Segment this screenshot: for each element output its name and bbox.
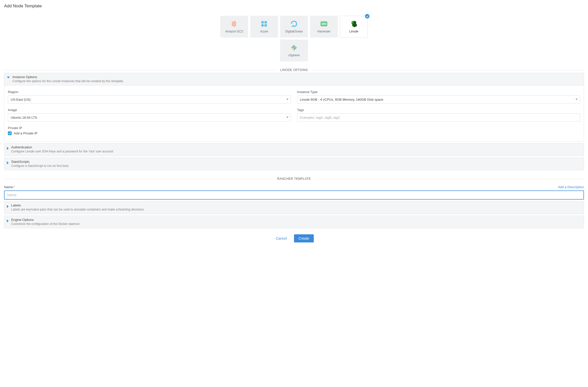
panel-subtitle: Customize the configuration of the Docke… [11, 222, 80, 226]
svg-rect-3 [235, 22, 236, 26]
chevron-right-icon [7, 219, 9, 222]
cancel-button[interactable]: Cancel [274, 236, 288, 241]
panel-title: Authentication [11, 145, 113, 150]
panel-stackscripts[interactable]: StackScripts Configure a StackScript to … [4, 157, 584, 170]
svg-rect-4 [261, 21, 264, 23]
svg-marker-17 [352, 24, 357, 27]
check-icon [365, 14, 370, 19]
panel-subtitle: Configure a StackScript to run on first … [11, 164, 68, 168]
panel-labels[interactable]: Labels Labels are key/value pairs that c… [4, 201, 584, 214]
section-rancher-template: RANCHER TEMPLATE [4, 177, 584, 181]
image-value: Ubuntu 18.04 LTS [11, 116, 37, 119]
chevron-right-icon [7, 161, 9, 164]
tags-label: Tags [297, 108, 580, 112]
panel-title: Labels [11, 203, 145, 208]
image-select[interactable]: Ubuntu 18.04 LTS [8, 113, 291, 121]
region-label: Region [8, 90, 291, 94]
region-select[interactable]: US-East (US) [8, 95, 291, 103]
private-ip-checkbox-label: Add a Private IP [14, 131, 38, 135]
provider-harvester[interactable]: Harvester [310, 16, 338, 38]
amazon-ec2-icon [230, 20, 238, 28]
section-header-label: LINODE OPTIONS [277, 68, 311, 72]
image-label: Image [8, 108, 291, 112]
provider-label: Linode [349, 30, 358, 33]
digitalocean-icon [290, 20, 298, 28]
region-value: US-East (US) [11, 98, 31, 101]
svg-rect-6 [261, 24, 264, 27]
private-ip-label: Private IP [8, 126, 580, 130]
provider-linode[interactable]: Linode [340, 16, 368, 38]
chevron-down-icon [286, 99, 288, 100]
create-button[interactable]: Create [294, 234, 314, 242]
panel-subtitle: Labels are key/value pairs that can be u… [11, 208, 145, 212]
chevron-right-icon [7, 205, 9, 208]
add-description-link[interactable]: Add a Description [558, 185, 584, 189]
chevron-right-icon [7, 147, 9, 150]
provider-vsphere[interactable]: vSphere [280, 40, 308, 61]
provider-grid: Amazon EC2 Azure DigitalOcean Harvester … [180, 16, 408, 38]
svg-rect-1 [233, 21, 234, 27]
instance-type-select[interactable]: Linode 8GB - 4 vCPUs, 8GB Memory, 160GB … [297, 95, 580, 103]
name-label: Name [4, 185, 13, 189]
svg-rect-9 [292, 26, 293, 27]
provider-label: Azure [260, 30, 268, 33]
private-ip-checkbox[interactable] [8, 131, 12, 135]
azure-icon [260, 20, 268, 28]
name-input[interactable] [4, 190, 584, 200]
svg-marker-20 [291, 48, 294, 50]
name-label-wrap: Name* [4, 185, 15, 189]
harvester-icon [320, 20, 328, 28]
linode-icon [350, 20, 358, 28]
chevron-down-icon [576, 99, 578, 100]
panel-engine-options[interactable]: Engine Options Customize the configurati… [4, 216, 584, 228]
vsphere-icon [290, 44, 298, 51]
svg-rect-0 [232, 22, 233, 26]
provider-label: Amazon EC2 [225, 30, 243, 33]
panel-subtitle: Configure the options for the Linode Ins… [12, 79, 124, 83]
panel-instance-options[interactable]: Instance Options Configure the options f… [4, 73, 584, 85]
panel-subtitle: Configure Linode user SSH Keys and a pas… [11, 150, 113, 154]
provider-label: vSphere [288, 54, 300, 57]
instance-type-label: Instance Type [297, 90, 580, 94]
chevron-down-icon [286, 117, 288, 118]
provider-amazon-ec2[interactable]: Amazon EC2 [220, 16, 248, 38]
footer-actions: Cancel Create [4, 234, 584, 242]
page-title: Add Node Template [4, 4, 584, 9]
required-indicator: * [13, 185, 15, 189]
provider-grid-row2: vSphere [180, 40, 408, 61]
tags-input[interactable] [297, 113, 580, 121]
svg-rect-8 [293, 25, 294, 26]
panel-authentication[interactable]: Authentication Configure Linode user SSH… [4, 143, 584, 156]
section-header-label: RANCHER TEMPLATE [274, 177, 315, 181]
svg-rect-5 [265, 21, 267, 23]
panel-title: Engine Options [11, 218, 80, 222]
provider-azure[interactable]: Azure [250, 16, 278, 38]
chevron-down-icon [7, 77, 10, 78]
instance-type-value: Linode 8GB - 4 vCPUs, 8GB Memory, 160GB … [300, 98, 383, 101]
provider-label: Harvester [317, 30, 330, 33]
svg-marker-19 [294, 45, 297, 48]
panel-title: StackScripts [11, 160, 68, 164]
svg-rect-2 [234, 21, 235, 27]
provider-label: DigitalOcean [285, 30, 303, 33]
panel-title: Instance Options [12, 75, 124, 79]
instance-options-body: Region US-East (US) Instance Type Linode… [4, 85, 584, 142]
provider-digitalocean[interactable]: DigitalOcean [280, 16, 308, 38]
section-linode-options: LINODE OPTIONS [4, 68, 584, 72]
svg-rect-7 [265, 24, 267, 27]
